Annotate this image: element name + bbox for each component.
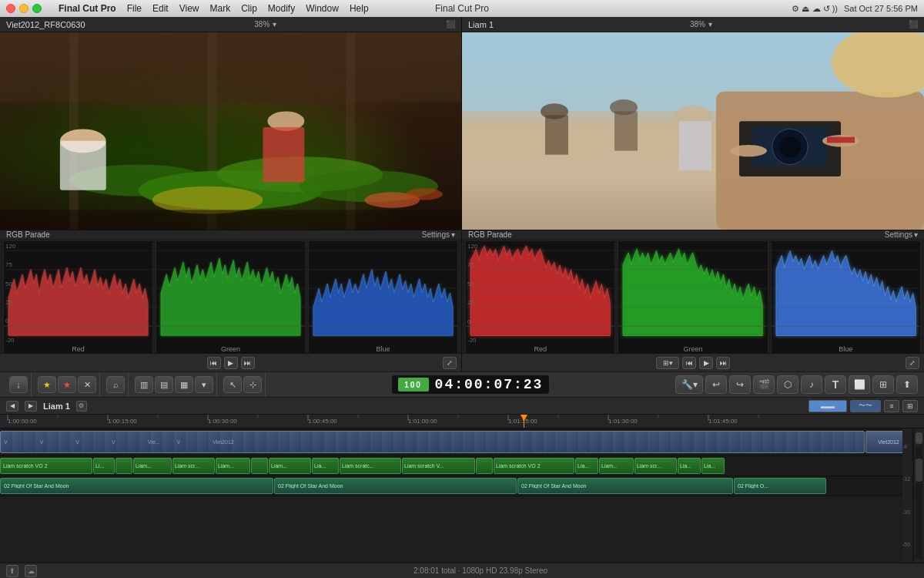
audio-clip-vo7[interactable] (251, 458, 268, 474)
favorite-button[interactable]: ★ (38, 376, 56, 393)
audio-clip-vo15[interactable]: Liam... (599, 458, 634, 474)
audio-clip-vo16[interactable]: Liam scr... (634, 458, 677, 474)
clip-wide-button[interactable]: ▦ (175, 376, 193, 393)
music-clip-3[interactable]: 02 Flight Of Star And Moon (517, 478, 733, 494)
track-more-button[interactable]: ⊞ (902, 400, 918, 412)
left-viewer-fullscreen[interactable]: ⬛ (446, 20, 455, 29)
right-viewer-zoom[interactable]: 38% ▾ (690, 20, 712, 29)
left-next-button[interactable]: ⏭ (241, 357, 255, 369)
right-expand-button[interactable]: ⤢ (906, 357, 919, 369)
audio-clip-vo12[interactable] (476, 458, 493, 474)
timeline-scrollbar[interactable]: -8 -12 -30 -50 (913, 428, 924, 563)
toolbar-group-tools: ↖ ⊹ (220, 372, 266, 397)
search-button[interactable]: ⌕ (106, 376, 125, 393)
redo-button[interactable]: ↪ (729, 375, 751, 394)
left-scope-settings[interactable]: Settings ▾ (422, 230, 455, 239)
music-track: 02 Flight Of Star And Moon 02 Flight Of … (0, 476, 924, 496)
menu-finalcutpro[interactable]: Final Cut Pro (59, 3, 116, 14)
left-prev-button[interactable]: ⏮ (207, 357, 221, 369)
reject-button[interactable]: ★ (58, 376, 76, 393)
clip-view-button[interactable]: ▤ (155, 376, 173, 393)
audio-clip-vo14[interactable]: Lia... (575, 458, 598, 474)
select-tool[interactable]: ↖ (223, 376, 242, 393)
right-transport: ⊞▾ ⏮ ▶ ⏭ ⤢ (462, 353, 924, 371)
timeline-settings-icon[interactable]: ⚙ (76, 401, 87, 412)
svg-rect-15 (0, 210, 461, 230)
window-title: Final Cut Pro (435, 3, 489, 14)
left-expand-button[interactable]: ⤢ (443, 357, 457, 369)
audio-clip-vo10[interactable]: Liam scratc... (340, 458, 401, 474)
audio-clip-vo11[interactable]: Liam scratch V... (402, 458, 475, 474)
timeline-back-button[interactable]: ◀ (6, 401, 18, 412)
menu-edit[interactable]: Edit (152, 3, 169, 14)
audio-clip-vo9[interactable]: Lia... (312, 458, 339, 474)
playhead[interactable] (524, 415, 524, 428)
minimize-button[interactable] (19, 4, 28, 13)
waveform-button[interactable]: 〜〜 (850, 400, 881, 412)
audio-clip-vo17[interactable]: Lia... (678, 458, 701, 474)
music-clip-1[interactable]: 02 Flight Of Star And Moon (0, 478, 273, 494)
audio-clip-vo8[interactable]: Liam... (269, 458, 311, 474)
timeline-forward-button[interactable]: ▶ (25, 401, 37, 412)
right-green-label: Green (683, 345, 702, 353)
menu-help[interactable]: Help (350, 3, 369, 14)
share-button[interactable]: ⬆ (896, 375, 918, 394)
menu-modify[interactable]: Modify (268, 3, 295, 14)
right-viewer-fullscreen[interactable]: ⬛ (909, 20, 918, 29)
video-clip-main[interactable]: V V V V Vie... V Viet2012 (0, 431, 865, 453)
audio-button[interactable]: ♪ (801, 375, 822, 394)
audio-clip-vo4[interactable]: Liam... (133, 458, 172, 474)
right-red-waveform (466, 241, 614, 355)
market-scene-svg (0, 32, 461, 230)
music-clip-2[interactable]: 02 Flight Of Star And Moon (274, 478, 517, 494)
left-play-button[interactable]: ▶ (224, 357, 238, 369)
menu-file[interactable]: File (127, 3, 142, 14)
trim-tool[interactable]: ⊹ (243, 376, 262, 393)
theme-button[interactable]: ⊞ (872, 375, 894, 394)
right-play-button[interactable]: ▶ (699, 357, 713, 369)
audio-clip-vo18[interactable]: Lia... (701, 458, 725, 474)
audio-clip-vo6[interactable]: Liam... (216, 458, 250, 474)
audio-clip-vo2[interactable]: Li... (93, 458, 115, 474)
fullscreen-button[interactable] (32, 4, 42, 13)
title-button[interactable]: T (825, 375, 846, 394)
toolbar-group-actions: ↓ (6, 372, 32, 397)
status-share-icon[interactable]: ⬆ (6, 565, 18, 577)
svg-rect-34 (545, 116, 568, 155)
left-viewer-zoom[interactable]: 38% ▾ (254, 20, 276, 29)
scroll-thumb[interactable] (916, 459, 922, 482)
right-scope-toggle[interactable]: ⊞▾ (656, 357, 679, 369)
remove-rating-button[interactable]: ✕ (78, 376, 96, 393)
audio-clip-vo5[interactable]: Liam scr... (172, 458, 215, 474)
right-next-button[interactable]: ⏭ (716, 357, 730, 369)
menu-window[interactable]: Window (306, 3, 339, 14)
menu-clip[interactable]: Clip (241, 3, 257, 14)
tools-button[interactable]: 🔧▾ (675, 375, 703, 394)
video-clips: V V V V Vie... V Viet2012 Viet2012 (0, 431, 912, 453)
close-button[interactable] (6, 4, 15, 13)
generator-button[interactable]: ⬜ (849, 375, 870, 394)
timecode-value: 04:00:07:23 (435, 377, 544, 392)
right-viewer-header: Liam 1 38% ▾ ⬛ (462, 17, 924, 32)
import-button[interactable]: ↓ (9, 376, 28, 393)
transform-button[interactable]: ⬡ (777, 375, 798, 394)
menu-view[interactable]: View (179, 3, 199, 14)
right-prev-button[interactable]: ⏮ (682, 357, 696, 369)
left-blue-label: Blue (376, 345, 390, 353)
menu-mark[interactable]: Mark (210, 3, 231, 14)
audio-clip-vo13[interactable]: Liam scratch VO 2 (494, 458, 574, 474)
audio-clip-vo3[interactable] (116, 458, 132, 474)
right-scope-settings[interactable]: Settings ▾ (885, 230, 918, 239)
audio-clip-vo1[interactable]: Liam scratch VO 2 (0, 458, 92, 474)
clip-appearance-button[interactable]: 🎬 (753, 375, 775, 394)
status-bg-tasks[interactable]: ☁ (25, 565, 37, 577)
view-dropdown[interactable]: ▾ (195, 376, 213, 393)
undo-button[interactable]: ↩ (705, 375, 727, 394)
clip-height-button[interactable]: ▥ (135, 376, 153, 393)
left-viewer-header: Viet2012_RF8C0630 38% ▾ ⬛ (0, 17, 461, 32)
scroll-thumb-top[interactable] (916, 432, 922, 444)
music-clip-4[interactable]: 02 Flight O... (734, 478, 826, 494)
zoom-in-button[interactable]: ▬▬ (808, 400, 847, 412)
menubar-status: ⚙ ⏏ ☁ ↺ )) Sat Oct 27 5:56 PM (792, 4, 918, 14)
track-height-button[interactable]: ≡ (884, 400, 899, 412)
